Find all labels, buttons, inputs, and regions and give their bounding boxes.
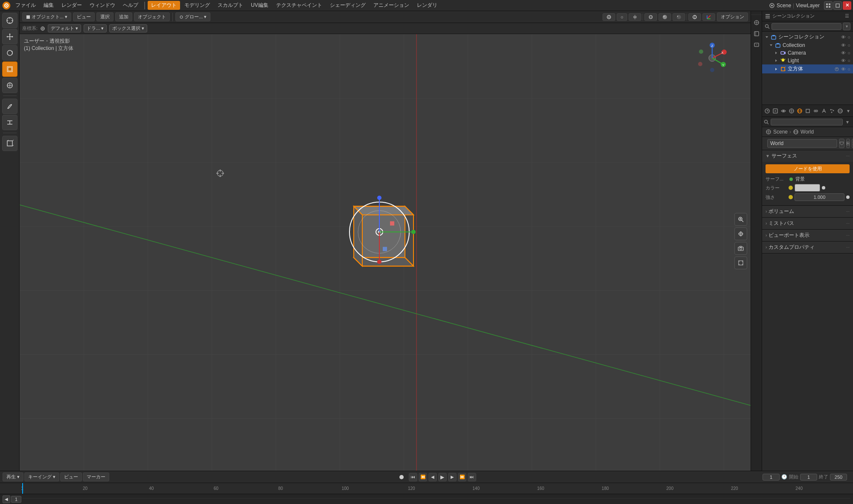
filter-icon[interactable] [834,67,839,72]
render-icon[interactable]: ○ [847,35,850,40]
custom-props-header[interactable]: › カスタムプロパティ ··· [762,242,853,253]
scale-tool[interactable] [2,61,17,77]
props-tab-scene[interactable] [788,106,795,116]
outliner-camera[interactable]: Camera 👁 ○ [762,49,853,57]
select-menu[interactable]: 選択 [96,12,114,21]
menu-layout[interactable]: レイアウト [148,1,180,10]
menu-window[interactable]: ウィンドウ [86,1,119,10]
start-frame-input[interactable]: 1 [800,474,817,481]
menu-render[interactable]: レンダー [58,1,85,10]
menu-uv-edit[interactable]: UV編集 [247,1,272,10]
world-name-input[interactable]: World [767,139,837,148]
jump-end-btn[interactable]: ⏭ [468,473,476,481]
props-tab-world[interactable] [796,106,804,116]
breadcrumb-scene[interactable]: Scene [773,129,788,135]
menu-modeling[interactable]: モデリング [181,1,213,10]
rotate-tool[interactable] [2,45,17,61]
marker-menu[interactable]: マーカー [83,472,109,481]
prev-keyframe-btn[interactable]: ⏪ [419,473,427,481]
jump-start-btn[interactable]: ⏮ [409,473,417,481]
keying-menu[interactable]: キーイング▾ [24,472,59,481]
tab-scene[interactable] [752,18,761,27]
glow-settings[interactable]: グロー... ▾ [175,12,210,21]
viewport-mode-btn[interactable] [824,1,833,10]
menu-rendering[interactable]: レンダリ [413,1,441,10]
world-shield-btn[interactable]: 🛡 [839,139,844,148]
world-copy-btn[interactable]: ⎘ [846,139,850,148]
outliner-filter-btn[interactable]: ☰ [844,13,850,20]
object-menu[interactable]: オブジェクト [134,12,170,21]
volume-section-header[interactable]: › ボリューム ··· [762,206,853,217]
props-tab-modifier[interactable] [820,106,827,116]
close-btn[interactable]: ✕ [843,1,851,10]
current-frame-input[interactable]: 1 [763,474,780,481]
props-tab-object[interactable] [804,106,812,116]
play-btn[interactable]: ▶ [438,473,447,481]
menu-file[interactable]: ファイル [12,1,39,10]
next-frame-btn[interactable]: ▶ [448,473,457,481]
annotate-tool[interactable] [2,99,17,114]
mirror-btn[interactable] [629,13,641,21]
overlay-btn[interactable] [688,13,701,21]
outliner-light[interactable]: Light 👁 ○ [762,57,853,64]
timeline-ruler[interactable]: 1 20 40 60 80 100 120 140 160 180 200 22… [0,483,853,494]
light-eye-icon[interactable]: 👁 [841,58,846,63]
frame-back-btn[interactable]: ◀ [3,495,10,503]
3d-viewport[interactable]: オブジェクト... ▾ ビュー 選択 追加 オブジェクト グロー... ▾ ○ [20,11,751,471]
light-render-icon[interactable]: ○ [847,58,850,63]
zoom-tool[interactable] [734,213,747,226]
outliner-collection[interactable]: Collection 👁 ○ [762,41,853,49]
add-menu[interactable]: 追加 [115,12,132,21]
selection-dropdown[interactable]: ボックス選択▾ [109,24,147,32]
cube-render-icon[interactable]: ○ [847,67,850,72]
use-nodes-btn[interactable]: ノードを使用 [766,164,850,173]
frame-number-display[interactable]: 1 [11,496,21,503]
transform-dropdown[interactable]: ドラ...▾ [84,24,107,32]
menu-texture-paint[interactable]: テクスチャペイント [273,1,326,10]
breadcrumb-world[interactable]: World [801,129,814,135]
props-filter-expand[interactable]: ▾ [845,107,851,115]
snap-btn[interactable] [603,13,615,21]
outliner-scene-collection[interactable]: シーンコレクション 👁 ○ [762,32,853,41]
props-tab-output[interactable] [772,106,779,116]
props-filter-btn[interactable]: ▾ [844,118,851,126]
gizmo-toggle-btn[interactable] [702,13,715,21]
camera-tool[interactable] [734,242,747,255]
tab-output[interactable] [752,40,761,50]
coord-system-dropdown[interactable]: デフォルト▾ [48,24,81,32]
cursor-tool[interactable] [2,13,17,28]
props-tab-particles[interactable] [828,106,836,116]
props-tab-render[interactable] [764,106,771,116]
eye-icon[interactable]: 👁 [841,35,846,40]
expand-btn[interactable] [833,1,842,10]
viewport-gizmo[interactable]: X Y Z [695,41,729,75]
strength-value[interactable]: 1.000 [795,193,844,201]
properties-search-input[interactable] [771,119,843,125]
shading-wireframe[interactable] [644,13,657,21]
menu-sculpt[interactable]: スカルプト [214,1,247,10]
shading-rendered[interactable] [673,13,685,21]
move-tool[interactable] [2,29,17,44]
transform-tool[interactable] [2,78,17,93]
props-tab-view[interactable] [780,106,787,116]
menu-edit[interactable]: 編集 [40,1,57,10]
end-frame-input[interactable]: 250 [830,474,847,481]
menu-animation[interactable]: アニメーション [370,1,413,10]
cube-eye-icon[interactable]: 👁 [841,67,846,72]
outliner-filter-toggle[interactable]: ▾ [843,23,850,30]
proportional-btn[interactable]: ○ [617,13,627,21]
collection-eye-icon[interactable]: 👁 [841,43,846,48]
view-menu[interactable]: ビュー [73,12,95,21]
surface-section-header[interactable]: ▼ サーフェス ··· [762,150,853,162]
ortho-tool[interactable] [734,256,747,269]
outliner-search-input[interactable] [771,23,841,30]
collection-render-icon[interactable]: ○ [847,43,850,48]
outliner-cube[interactable]: 立方体 👁 ○ [762,64,853,73]
pan-tool[interactable] [734,227,747,240]
options-btn[interactable]: オプション [717,12,748,21]
add-cube-tool[interactable] [2,136,17,151]
menu-shading[interactable]: シェーディング [326,1,369,10]
next-keyframe-btn[interactable]: ⏩ [458,473,466,481]
prev-frame-btn[interactable]: ◀ [428,473,437,481]
camera-render-icon[interactable]: ○ [847,50,850,55]
